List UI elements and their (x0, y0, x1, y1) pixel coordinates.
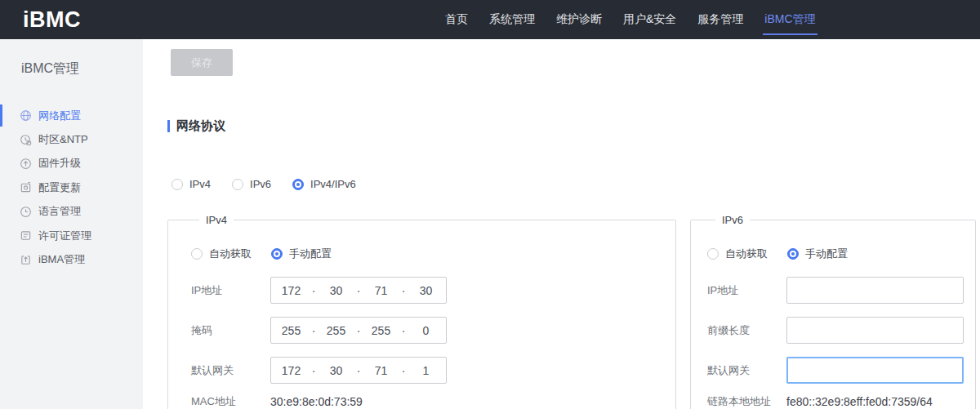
radio-icon (787, 248, 799, 260)
sidebar-item-network-config[interactable]: 网络配置 (0, 104, 143, 127)
field-label: 链路本地地址 (707, 394, 786, 409)
ipv4-mode-radio-group: 自动获取 手动配置 (191, 242, 675, 265)
radio-icon (707, 248, 719, 260)
field-label: IP地址 (191, 283, 270, 298)
protocol-radio-ipv4[interactable]: IPv4 (172, 178, 211, 190)
field-label: IP地址 (707, 283, 786, 298)
sidebar-item-language[interactable]: 语言管理 (0, 200, 143, 224)
radio-icon (271, 248, 283, 260)
firmware-upgrade-icon (20, 158, 32, 170)
language-icon (20, 206, 32, 218)
ip-octet-input[interactable]: 255 (316, 324, 356, 337)
radio-label: 手动配置 (805, 247, 848, 261)
sidebar-title: iBMC管理 (21, 60, 143, 78)
nav-item-system[interactable]: 系统管理 (489, 0, 535, 39)
ipv6-gateway-input[interactable] (786, 357, 964, 384)
radio-icon (172, 179, 183, 190)
sidebar-item-license[interactable]: 许可证管理 (0, 224, 143, 247)
sidebar-item-label: 固件升级 (38, 156, 81, 171)
globe-icon (20, 109, 32, 122)
ip-octet-input[interactable]: 255 (271, 324, 311, 337)
save-button[interactable]: 保存 (171, 49, 233, 76)
radio-label: 手动配置 (289, 247, 332, 261)
ipv4-mask-input[interactable]: 255·255·255·0 (270, 317, 447, 344)
mac-address-value: 30:e9:8e:0d:73:59 (270, 395, 363, 408)
nav-item-services[interactable]: 服务管理 (697, 0, 743, 39)
ibmc-logo: iBMC (23, 0, 81, 39)
section-accent-bar (167, 120, 170, 132)
ibma-icon (20, 254, 32, 266)
nav-item-home[interactable]: 首页 (445, 0, 468, 39)
ipv6-ip-input[interactable] (786, 277, 964, 304)
sidebar-item-config-update[interactable]: 配置更新 (0, 176, 143, 199)
sidebar-menu: 网络配置 时区&NTP 固件升级 配置更 (0, 104, 143, 272)
field-label: 默认网关 (191, 363, 270, 378)
ip-octet-input[interactable]: 172 (271, 364, 311, 377)
ipv6-panel: IPv6 自动获取 手动配置 IP地址 前缀长度 默认 (690, 214, 976, 409)
radio-icon (191, 248, 203, 260)
radio-label: IPv4/IPv6 (310, 178, 356, 190)
field-label: 掩码 (191, 323, 270, 338)
sidebar-item-label: 配置更新 (38, 180, 81, 195)
main-content: 保存 网络协议 IPv4 IPv6 IPv4/IPv6 IPv4 自动获取 (143, 39, 980, 409)
radio-label: IPv4 (189, 178, 211, 190)
sidebar-item-label: 许可证管理 (38, 229, 91, 243)
ipv4-auto-radio[interactable]: 自动获取 (191, 247, 252, 261)
section-title: 网络协议 (176, 118, 225, 134)
radio-icon (232, 179, 243, 190)
ipv6-prefix-row: 前缀长度 (707, 317, 975, 344)
nav-item-ibmc-management[interactable]: iBMC管理 (764, 0, 815, 39)
ip-octet-input[interactable]: 30 (406, 284, 446, 297)
ipv6-prefix-input[interactable] (786, 317, 964, 344)
sidebar-item-label: 语言管理 (38, 204, 81, 219)
radio-label: 自动获取 (209, 247, 252, 261)
sidebar-item-label: iBMA管理 (38, 252, 85, 267)
ip-octet-input[interactable]: 71 (361, 284, 401, 297)
ipv6-ip-row: IP地址 (707, 277, 975, 304)
ip-octet-input[interactable]: 0 (406, 324, 446, 337)
field-label: 前缀长度 (707, 323, 786, 338)
nav-item-user-security[interactable]: 用户&安全 (623, 0, 676, 39)
ip-octet-input[interactable]: 1 (406, 364, 446, 377)
ipv4-gateway-row: 默认网关 172·30·71·1 (191, 357, 675, 384)
protocol-radio-ipv4-ipv6[interactable]: IPv4/IPv6 (292, 178, 356, 190)
radio-label: IPv6 (250, 178, 271, 190)
ip-octet-input[interactable]: 71 (361, 364, 401, 377)
ip-octet-input[interactable]: 255 (361, 324, 401, 337)
sidebar-item-ibma[interactable]: iBMA管理 (0, 247, 143, 271)
ip-octet-input[interactable]: 172 (271, 284, 311, 297)
ip-octet-input[interactable]: 30 (316, 364, 356, 377)
ipv6-mode-radio-group: 自动获取 手动配置 (707, 242, 975, 265)
ipv4-mask-row: 掩码 255·255·255·0 (191, 317, 675, 344)
ipv4-ip-row: IP地址 172·30·71·30 (191, 277, 675, 304)
license-icon (20, 229, 32, 242)
section-header: 网络协议 (167, 118, 980, 134)
timezone-icon (20, 134, 32, 146)
ipv4-gateway-input[interactable]: 172·30·71·1 (270, 357, 447, 384)
ipv4-ip-input[interactable]: 172·30·71·30 (270, 277, 447, 304)
ipv6-manual-radio[interactable]: 手动配置 (787, 247, 848, 261)
ipv6-gateway-row: 默认网关 (707, 357, 975, 384)
ipv6-link-local-row: 链路本地地址 fe80::32e9:8eff:fe0d:7359/64 (707, 393, 975, 409)
radio-icon (292, 179, 304, 190)
sidebar: iBMC管理 网络配置 时区&NTP 固件升 (0, 39, 143, 409)
sidebar-item-label: 时区&NTP (38, 132, 88, 147)
ip-octet-input[interactable]: 30 (316, 284, 356, 297)
sidebar-item-firmware-upgrade[interactable]: 固件升级 (0, 152, 143, 176)
ipv6-auto-radio[interactable]: 自动获取 (707, 247, 768, 261)
ipv4-mac-row: MAC地址 30:e9:8e:0d:73:59 (191, 393, 675, 409)
field-label: 默认网关 (707, 363, 786, 378)
protocol-radio-ipv6[interactable]: IPv6 (232, 178, 271, 190)
ipv6-panel-legend: IPv6 (715, 214, 750, 226)
radio-label: 自动获取 (725, 247, 768, 261)
sidebar-item-timezone-ntp[interactable]: 时区&NTP (0, 127, 143, 151)
ipv4-manual-radio[interactable]: 手动配置 (271, 247, 332, 261)
protocol-radio-group: IPv4 IPv6 IPv4/IPv6 (172, 178, 980, 190)
ipv4-panel: IPv4 自动获取 手动配置 IP地址 172·30·71·30 掩码 (167, 214, 676, 409)
nav-item-maintenance[interactable]: 维护诊断 (556, 0, 602, 39)
field-label: MAC地址 (191, 394, 270, 409)
top-navigation: 首页 系统管理 维护诊断 用户&安全 服务管理 iBMC管理 (445, 0, 816, 39)
link-local-address-value: fe80::32e9:8eff:fe0d:7359/64 (786, 395, 933, 408)
top-bar: iBMC 首页 系统管理 维护诊断 用户&安全 服务管理 iBMC管理 (0, 0, 980, 39)
ipv4-panel-legend: IPv4 (199, 214, 234, 226)
